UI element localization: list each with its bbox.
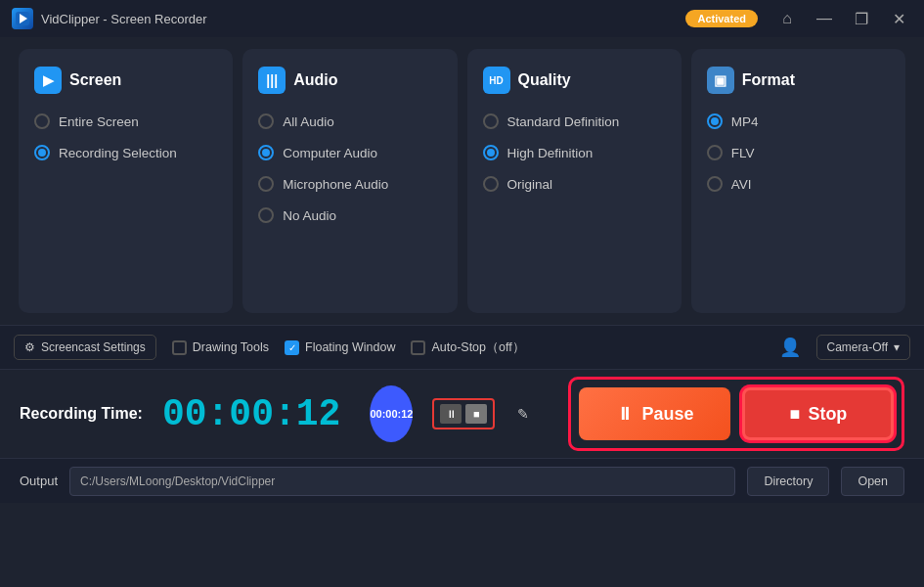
settings-bar: ⚙ Screencast Settings Drawing Tools Floa… (0, 325, 924, 370)
card-audio: ||| Audio All Audio Computer Audio Micro… (242, 49, 457, 313)
drawing-tools-checkbox[interactable]: Drawing Tools (172, 340, 269, 355)
card-format: ▣ Format MP4 FLV AVI (691, 49, 905, 313)
home-button[interactable]: ⌂ (773, 5, 801, 32)
radio-group: All Audio Computer Audio Microphone Audi… (258, 113, 441, 223)
minimize-button[interactable]: — (811, 5, 838, 32)
radio-label: Standard Definition (507, 114, 620, 129)
cards-area: ▶ Screen Entire Screen Recording Selecti… (0, 37, 924, 325)
auto-stop-checkbox[interactable]: Auto-Stop（off） (411, 339, 524, 356)
titlebar: VidClipper - Screen Recorder Activated ⌂… (0, 0, 924, 37)
radio-circle (34, 145, 50, 160)
radio-option[interactable]: Original (483, 176, 666, 192)
card-header: ▶ Screen (34, 67, 217, 94)
radio-label: AVI (731, 177, 752, 192)
card-title: Format (742, 71, 795, 89)
radio-option[interactable]: Entire Screen (34, 113, 217, 129)
audio-icon: ||| (258, 67, 286, 94)
radio-label: No Audio (283, 208, 336, 223)
recording-time-display: 00:00:12 (162, 393, 340, 435)
card-header: ▣ Format (707, 67, 890, 94)
radio-option[interactable]: No Audio (258, 207, 441, 223)
mini-controls: ⏸ ■ (432, 398, 495, 429)
stop-label: Stop (808, 404, 847, 425)
screen-icon: ▶ (34, 67, 62, 94)
circle-timer: 00:00:12 (370, 385, 413, 442)
radio-circle (258, 176, 274, 192)
radio-circle (34, 113, 50, 129)
pause-icon: ⏸ (616, 404, 634, 425)
camera-dropdown[interactable]: Camera-Off ▾ (816, 335, 910, 360)
card-title: Screen (69, 71, 121, 89)
auto-stop-check-box (411, 340, 425, 355)
output-label: Output (20, 474, 58, 488)
radio-circle (707, 145, 723, 160)
auto-stop-label: Auto-Stop（off） (431, 339, 524, 356)
radio-option[interactable]: Recording Selection (34, 145, 217, 160)
output-bar: Output Directory Open (0, 458, 924, 503)
radio-option[interactable]: Standard Definition (483, 113, 666, 129)
gear-icon: ⚙ (24, 340, 35, 354)
screencast-settings-label: Screencast Settings (41, 340, 146, 354)
radio-option[interactable]: MP4 (707, 113, 890, 129)
pause-button[interactable]: ⏸ Pause (579, 387, 730, 440)
radio-option[interactable]: Microphone Audio (258, 176, 441, 192)
app-title: VidClipper - Screen Recorder (41, 12, 678, 26)
card-quality: HD Quality Standard Definition High Defi… (467, 49, 682, 313)
floating-window-check-box (285, 340, 299, 355)
radio-label: Computer Audio (283, 146, 377, 160)
pause-label: Pause (641, 404, 693, 425)
card-screen: ▶ Screen Entire Screen Recording Selecti… (19, 49, 233, 313)
radio-circle (258, 145, 274, 160)
quality-icon: HD (483, 67, 510, 94)
radio-option[interactable]: AVI (707, 176, 890, 192)
mini-stop-button[interactable]: ■ (465, 404, 487, 424)
radio-group: MP4 FLV AVI (707, 113, 890, 192)
floating-window-label: Floating Window (305, 340, 395, 354)
radio-option[interactable]: Computer Audio (258, 145, 441, 160)
recording-time-label: Recording Time: (20, 405, 143, 423)
card-title: Quality (518, 71, 571, 89)
mini-pause-button[interactable]: ⏸ (440, 404, 462, 424)
radio-option[interactable]: FLV (707, 145, 890, 160)
radio-circle (707, 113, 723, 129)
camera-label: Camera-Off (827, 340, 888, 354)
radio-circle (707, 176, 723, 192)
card-header: ||| Audio (258, 67, 441, 94)
output-path-input[interactable] (69, 467, 735, 496)
edit-icon[interactable]: ✎ (517, 406, 529, 422)
card-title: Audio (293, 71, 337, 89)
drawing-tools-check-box (172, 340, 187, 355)
directory-button[interactable]: Directory (747, 467, 829, 496)
radio-circle (483, 176, 499, 192)
radio-group: Entire Screen Recording Selection (34, 113, 217, 160)
floating-window-checkbox[interactable]: Floating Window (285, 340, 395, 355)
radio-group: Standard Definition High Definition Orig… (483, 113, 666, 192)
app-logo (12, 8, 33, 29)
chevron-down-icon: ▾ (894, 340, 900, 354)
radio-label: All Audio (283, 114, 334, 129)
screencast-settings-button[interactable]: ⚙ Screencast Settings (14, 335, 156, 360)
drawing-tools-label: Drawing Tools (193, 340, 269, 354)
recording-area: Recording Time: 00:00:12 00:00:12 ⏸ ■ ✎ … (0, 370, 924, 458)
camera-toggle-icon[interactable]: 👤 (779, 337, 801, 358)
radio-label: MP4 (731, 114, 759, 129)
radio-label: Recording Selection (59, 146, 177, 160)
open-button[interactable]: Open (841, 467, 904, 496)
close-button[interactable]: ✕ (885, 5, 912, 32)
radio-label: FLV (731, 146, 755, 160)
format-icon: ▣ (707, 67, 734, 94)
card-header: HD Quality (483, 67, 666, 94)
radio-label: Microphone Audio (283, 177, 388, 192)
radio-label: High Definition (507, 146, 594, 160)
radio-circle (483, 113, 499, 129)
radio-circle (483, 145, 499, 160)
radio-label: Original (507, 177, 553, 192)
stop-button[interactable]: ■ Stop (742, 387, 894, 440)
radio-option[interactable]: All Audio (258, 113, 441, 129)
maximize-button[interactable]: ❐ (848, 5, 875, 32)
record-buttons-container: ⏸ Pause ■ Stop (568, 377, 904, 451)
activated-badge: Activated (685, 10, 758, 27)
radio-option[interactable]: High Definition (483, 145, 666, 160)
radio-circle (258, 207, 274, 223)
stop-icon: ■ (790, 404, 801, 425)
